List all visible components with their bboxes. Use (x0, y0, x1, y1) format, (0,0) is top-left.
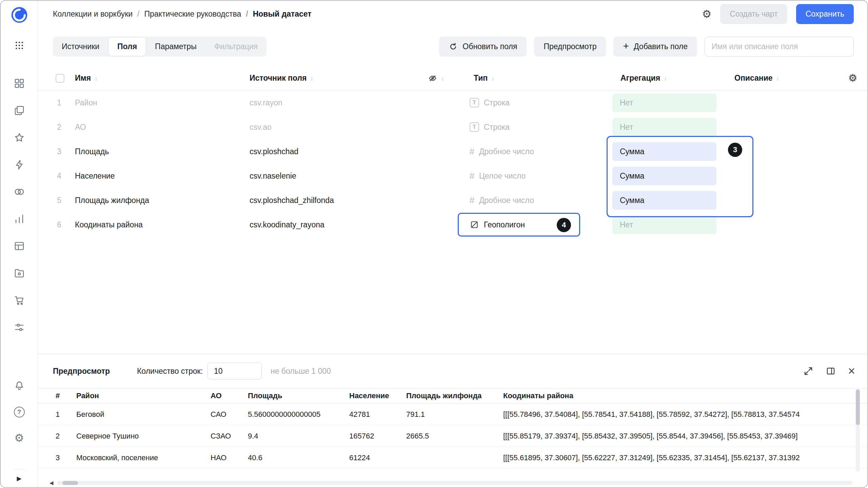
field-name: Площадь жилфонда (75, 196, 250, 205)
preview-toggle-button[interactable]: Предпросмотр (534, 37, 606, 57)
eye-off-icon (428, 74, 437, 83)
cell: [[[55.85179, 37.39374], [55.85432, 37.39… (500, 432, 867, 441)
field-row[interactable]: 4 Население csv.naselenie # Целое число … (38, 164, 867, 188)
tab-filtration[interactable]: Фильтрация (205, 37, 267, 57)
horizontal-scroll-thumb[interactable] (62, 481, 78, 485)
preview-col-rayon: Район (74, 391, 208, 400)
preview-title: Предпросмотр (53, 367, 110, 376)
sort-icon: ↓ (441, 74, 444, 82)
plus-icon: + (623, 41, 629, 51)
column-header-aggregation[interactable]: Агрегация ↓ (612, 74, 721, 83)
services-sliders-icon[interactable] (14, 322, 25, 333)
help-icon[interactable]: ? (14, 407, 25, 418)
field-type-label: Геополигон (484, 220, 525, 229)
preview-col-koodinaty: Коодинаты района (500, 391, 867, 400)
preview-row: 3 Московский, поселение НАО 40.6 61224 [… (38, 447, 867, 469)
field-row[interactable]: 2 АО csv.ao T Строка Нет (38, 115, 867, 139)
app-window: ? ⚙ ▶ Коллекции и воркбуки Практические … (0, 0, 868, 488)
field-type-select[interactable]: # Целое число (468, 171, 612, 181)
add-field-button[interactable]: + Добавить поле (613, 37, 697, 57)
aggregation-select[interactable]: Сумма (612, 142, 716, 161)
favorites-star-icon[interactable] (14, 132, 25, 143)
select-all-checkbox[interactable] (56, 74, 64, 83)
tab-sources[interactable]: Источники (53, 37, 108, 57)
breadcrumb-collections[interactable]: Коллекции и воркбуки (53, 9, 133, 19)
cell: Беговой (74, 410, 208, 419)
close-icon[interactable]: × (848, 365, 855, 377)
datasets-table-icon[interactable] (14, 240, 25, 252)
row-count-input[interactable] (208, 363, 262, 380)
field-row[interactable]: 6 Коодинаты района csv.koodinaty_rayona … (38, 212, 867, 237)
workbooks-icon[interactable] (14, 105, 25, 116)
field-row[interactable]: 3 Площадь csv.ploshchad # Дробное число … (38, 139, 867, 164)
preview-table-header: # Район АО Площадь Население Площадь жил… (38, 388, 867, 404)
field-type-label: Дробное число (479, 196, 534, 205)
refresh-fields-button[interactable]: Обновить поля (439, 37, 527, 57)
aggregation-select[interactable]: Нет (612, 94, 716, 112)
field-source: csv.ao (250, 123, 426, 132)
field-type-select[interactable]: # Дробное число (468, 196, 612, 205)
number-type-icon: # (470, 147, 474, 157)
column-header-visibility[interactable]: ↓ (426, 74, 468, 83)
preview-col-zhilfond: Площадь жилфонда (403, 391, 500, 400)
dashboards-icon[interactable] (14, 78, 25, 89)
breadcrumb-guides[interactable]: Практические руководства (133, 9, 241, 19)
cell: Московский, поселение (74, 453, 208, 462)
horizontal-scroll-track[interactable] (57, 481, 852, 485)
charts-bars-icon[interactable] (14, 213, 25, 225)
aggregation-select[interactable]: Нет (612, 216, 716, 234)
vertical-scrollbar[interactable] (856, 389, 860, 472)
main-area: Коллекции и воркбуки Практические руково… (38, 1, 867, 487)
row-number: 1 (53, 98, 75, 107)
breadcrumb: Коллекции и воркбуки Практические руково… (53, 9, 312, 19)
field-type-select[interactable]: Геополигон (468, 220, 612, 229)
create-chart-button[interactable]: Создать чарт (720, 4, 787, 24)
cell: 2665.5 (403, 432, 500, 441)
field-type-select[interactable]: T Строка (468, 98, 612, 107)
add-field-label: Добавить поле (634, 42, 688, 51)
tab-parameters[interactable]: Параметры (146, 37, 205, 57)
dataset-settings-gear-icon[interactable]: ⚙ (702, 9, 712, 19)
save-button[interactable]: Сохранить (796, 4, 854, 24)
vertical-scroll-thumb[interactable] (856, 389, 860, 425)
top-bar: Коллекции и воркбуки Практические руково… (38, 1, 867, 27)
cell: НАО (208, 453, 245, 462)
expand-icon[interactable] (803, 366, 813, 376)
datalens-logo-icon[interactable] (10, 5, 29, 24)
table-settings-gear-icon[interactable]: ⚙ (848, 73, 857, 83)
cell: Северное Тушино (74, 432, 208, 441)
tab-fields[interactable]: Поля (108, 37, 146, 56)
preview-row: 1 Беговой САО 5.5600000000000005 42781 7… (38, 404, 867, 425)
cell: 9.4 (245, 432, 347, 441)
aggregation-select[interactable]: Сумма (612, 191, 716, 210)
notifications-bell-icon[interactable] (14, 380, 25, 392)
aggregation-select[interactable]: Сумма (612, 167, 716, 185)
marketplace-cart-icon[interactable] (14, 294, 25, 306)
dock-panel-icon[interactable] (826, 366, 836, 376)
scroll-left-arrow-icon[interactable]: ◀ (50, 480, 54, 486)
breadcrumb-dataset: Новый датасет (241, 9, 311, 19)
apps-grid-icon[interactable] (14, 40, 24, 50)
column-header-type[interactable]: Тип ↓ (468, 74, 612, 83)
horizontal-scrollbar[interactable]: ◀ (38, 481, 867, 487)
field-row[interactable]: 1 Район csv.rayon T Строка Нет (38, 90, 867, 115)
field-row[interactable]: 5 Площадь жилфонда csv.ploshchad_zhilfon… (38, 188, 867, 212)
field-type-label: Дробное число (479, 147, 534, 156)
editor-bolt-icon[interactable] (14, 159, 25, 170)
storage-folder-icon[interactable] (14, 267, 25, 279)
aggregation-select[interactable]: Нет (612, 118, 716, 137)
field-name: Район (75, 98, 250, 107)
field-search-input[interactable] (705, 37, 854, 57)
column-header-description[interactable]: Описание ↓ (721, 74, 833, 83)
field-type-select[interactable]: T Строка (468, 122, 612, 132)
cell: 1 (53, 410, 74, 419)
column-header-name[interactable]: Имя ↓ (75, 74, 250, 83)
settings-gear-icon[interactable]: ⚙ (14, 432, 24, 443)
connections-rings-icon[interactable] (14, 186, 25, 198)
field-type-select[interactable]: # Дробное число (468, 147, 612, 157)
sidebar-expand-arrow-icon[interactable]: ▶ (17, 475, 22, 482)
column-header-source[interactable]: Источник поля ↓ (250, 74, 426, 83)
refresh-fields-label: Обновить поля (462, 42, 517, 51)
field-name: Площадь (75, 147, 250, 156)
sidebar-nav (14, 78, 25, 333)
